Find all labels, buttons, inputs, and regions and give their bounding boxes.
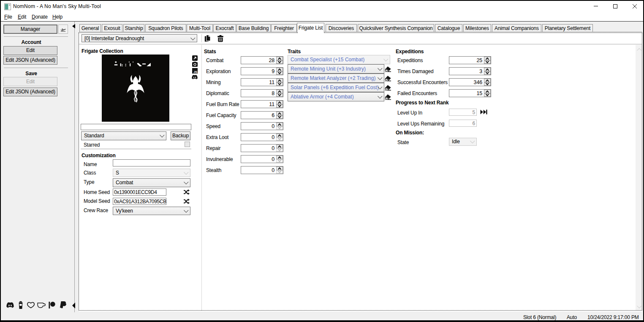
svg-text:JS: JS	[193, 70, 197, 74]
